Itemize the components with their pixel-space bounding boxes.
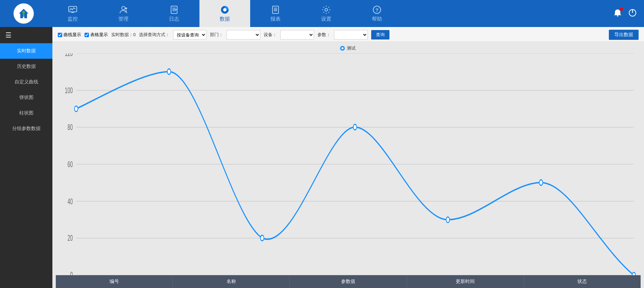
dept-label: 部门： [210, 32, 223, 38]
data-point-3 [446, 217, 450, 222]
chart-container: 测试 120 100 [52, 42, 644, 288]
param-select[interactable] [334, 30, 368, 40]
table-display-check[interactable]: 表格显示 [85, 32, 108, 38]
svg-text:40: 40 [68, 197, 73, 206]
dept-select[interactable] [226, 30, 260, 40]
data-point-2 [539, 180, 543, 185]
svg-point-21 [617, 15, 618, 17]
nav-item-help[interactable]: ? 帮助 [352, 0, 402, 27]
sidebar: ☰ 实时数据 历史数据 自定义曲线 饼状图 柱状图 分组参数数据 [0, 27, 52, 288]
svg-text:80: 80 [68, 123, 73, 131]
col-name: 名称 [173, 275, 290, 288]
col-status: 状态 [524, 275, 641, 288]
col-value: 参数值 [290, 275, 407, 288]
sidebar-item-realtime[interactable]: 实时数据 [0, 43, 52, 59]
col-time: 更新时间 [407, 275, 524, 288]
svg-text:20: 20 [68, 234, 73, 242]
svg-point-18 [325, 8, 328, 11]
data-point-7 [74, 106, 78, 111]
power-btn[interactable] [628, 8, 637, 19]
device-select[interactable] [280, 30, 314, 40]
nav-right [613, 8, 644, 19]
notification-btn[interactable] [613, 8, 622, 19]
curve-display-check[interactable]: 曲线显示 [58, 32, 81, 38]
data-point-6 [167, 69, 171, 74]
svg-rect-4 [71, 12, 74, 13]
chart-svg-area: 120 100 80 60 40 20 0 数据7 数据6 数据5 数据4 数据… [56, 53, 641, 275]
chart-svg: 120 100 80 60 40 20 0 数据7 数据6 数据5 数据4 数据… [56, 53, 641, 275]
sidebar-item-group-params[interactable]: 分组参数数据 [0, 121, 52, 136]
svg-point-13 [223, 8, 226, 11]
svg-text:?: ? [376, 7, 379, 13]
col-id: 编号 [56, 275, 173, 288]
device-label: 设备： [264, 32, 277, 38]
query-mode-select[interactable]: 按设备查询 按部门查询 [173, 30, 207, 40]
realtime-label: 实时数据：0 [111, 32, 136, 38]
sidebar-toggle[interactable]: ☰ [0, 27, 52, 43]
sidebar-item-pie[interactable]: 饼状图 [0, 90, 52, 105]
param-label: 参数： [317, 32, 331, 38]
notification-dot [620, 7, 623, 11]
logo-area [0, 0, 47, 27]
nav-item-monitor[interactable]: 监控 [47, 0, 98, 27]
query-mode-label: 选择查询方式： [139, 32, 170, 38]
nav-item-manage[interactable]: 管理 [98, 0, 149, 27]
sidebar-item-history[interactable]: 历史数据 [0, 59, 52, 74]
svg-text:120: 120 [65, 53, 73, 58]
logo [14, 3, 34, 24]
svg-text:100: 100 [65, 86, 73, 95]
toolbar: 曲线显示 表格显示 实时数据：0 选择查询方式： 按设备查询 按部门查询 部门：… [52, 27, 644, 42]
svg-text:0: 0 [70, 270, 73, 275]
data-point-1 [632, 272, 636, 275]
sidebar-item-custom-curve[interactable]: 自定义曲线 [0, 74, 52, 90]
top-nav: 监控 管理 日志 [0, 0, 644, 27]
nav-item-log[interactable]: 日志 [149, 0, 199, 27]
svg-point-1 [22, 11, 25, 14]
nav-item-data[interactable]: 数据 [199, 0, 250, 27]
sidebar-item-bar[interactable]: 柱状图 [0, 105, 52, 121]
svg-rect-2 [23, 14, 24, 17]
svg-point-6 [125, 7, 127, 9]
nav-items: 监控 管理 日志 [47, 0, 613, 27]
nav-item-settings[interactable]: 设置 [301, 0, 352, 27]
chart-legend: 测试 [56, 45, 641, 51]
main-layout: ☰ 实时数据 历史数据 自定义曲线 饼状图 柱状图 分组参数数据 曲线显示 [0, 27, 644, 288]
legend-dot [341, 47, 344, 50]
table-header: 编号 名称 参数值 更新时间 状态 [56, 275, 641, 288]
data-point-5 [261, 235, 264, 241]
svg-text:60: 60 [68, 160, 73, 168]
data-point-4 [353, 124, 357, 130]
query-button[interactable]: 查询 [371, 30, 389, 40]
content-area: 曲线显示 表格显示 实时数据：0 选择查询方式： 按设备查询 按部门查询 部门：… [52, 27, 644, 288]
nav-item-report[interactable]: 报表 [250, 0, 301, 27]
svg-point-5 [122, 6, 125, 10]
export-button[interactable]: 导出数据 [609, 30, 639, 40]
